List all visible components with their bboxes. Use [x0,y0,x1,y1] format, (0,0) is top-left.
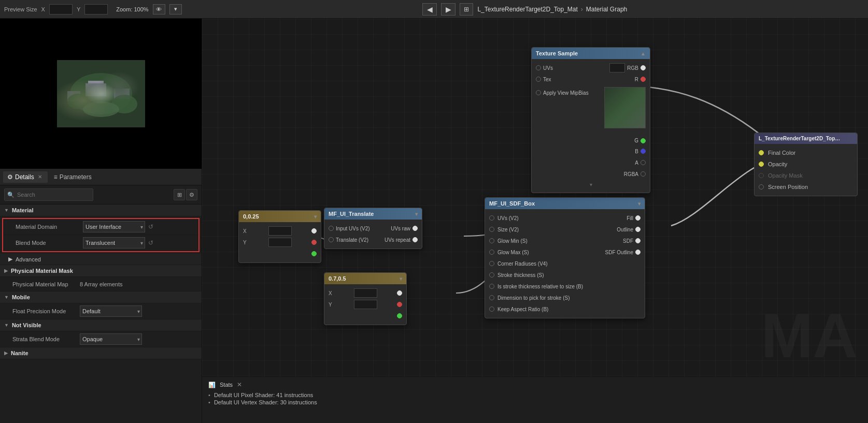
svg-point-1 [70,73,132,114]
sdf-glow-min-row: Glow Min (S) SDF [485,235,645,246]
node-0705-x-input[interactable]: 0.7 [354,288,377,298]
physical-material-map-value: 8 Array elements [80,281,197,287]
sdf-glow-max-label: Glow Max (S) [497,250,605,255]
mf-translate-collapse[interactable]: ▾ [415,211,418,217]
grid-view-button[interactable]: ⊞ [174,189,185,200]
strata-blend-select[interactable]: Opaque Translucent [80,333,142,345]
node-0025-y-input[interactable]: 0.25 [268,238,292,247]
tex-tex-label: Tex [543,77,635,82]
node-0705-green-row [324,310,406,322]
node-texture-sample[interactable]: Texture Sample ▲ UVs 0 RGB Tex R [531,47,650,193]
node-0705-x-row: X 0.7 [324,287,406,299]
tex-uvs-input[interactable]: 0 [609,63,625,72]
search-wrap: 🔍 [4,188,172,201]
dropdown-button[interactable]: ▾ [169,4,182,14]
node-0705-y-input[interactable]: 0.5 [354,300,377,309]
node-0025-green-row [239,248,321,259]
blend-mode-select-wrap: Translucent Opaque Masked Additive [83,237,145,249]
prop-strata-blend-mode: Strata Blend Mode Opaque Translucent [0,331,202,347]
section-mobile[interactable]: ▼ Mobile [0,291,202,303]
details-tab-close[interactable]: ✕ [36,173,44,181]
output-screen-pos-pin [759,184,764,189]
stats-close-button[interactable]: ✕ [237,381,242,388]
node-0025-x-input[interactable]: 0.0 [268,226,292,236]
section-not-visible[interactable]: ▼ Not Visible [0,319,202,331]
tex-bottom-chevron[interactable]: ▾ [532,180,650,189]
grid-icon-button[interactable]: ⊞ [460,3,473,16]
section-physical-material-mask[interactable]: ▶ Physical Material Mask [0,265,202,277]
not-visible-arrow: ▼ [4,323,9,328]
tex-a-label: A [635,160,638,166]
output-opacity-mask-row: Opacity Mask [755,170,857,181]
sdf-box-collapse[interactable]: ▾ [638,201,641,207]
tex-a-row: A [532,157,650,168]
tab-details[interactable]: ⚙ Details ✕ [3,171,48,183]
section-nanite[interactable]: ▶ Nanite [0,347,202,359]
advanced-label: Advanced [16,256,41,262]
section-advanced[interactable]: ▶ Advanced [0,254,202,265]
material-domain-value: User Interface Surface Deferred Decal Li… [83,221,194,232]
material-domain-reset[interactable]: ↺ [147,222,154,231]
node-0025-collapse[interactable]: ▾ [314,214,317,220]
eye-button[interactable]: 👁 [153,4,165,14]
nav-back-button[interactable]: ◀ [422,3,437,16]
sdf-glow-max-row: Glow Max (S) SDF Outline [485,246,645,258]
output-opacity-mask-label: Opacity Mask [768,172,803,179]
preview-x-input[interactable]: 250 [49,4,73,14]
tex-rgba-label: RGBA [624,171,638,177]
sdf-dim-row: Dimension to pick for stroke (S) [485,292,645,303]
sdf-aspect-label: Keep Aspect Ratio (B) [497,307,641,312]
settings-button[interactable]: ⚙ [186,189,197,200]
strata-blend-select-wrap: Opaque Translucent [80,333,142,345]
sdf-size-row: Size (V2) Outline [485,224,645,235]
tex-uvs-label: UVs [543,65,609,71]
section-material[interactable]: ▼ Material [0,205,202,216]
blend-mode-label: Blend Mode [16,240,83,246]
search-input[interactable] [4,188,93,201]
node-mf-ui-sdf-box[interactable]: MF_UI_SDF_Box ▾ UVs (V2) Fill Size (V2) … [485,197,645,318]
node-0705-collapse[interactable]: ▾ [400,276,402,282]
material-domain-select[interactable]: User Interface Surface Deferred Decal Li… [83,221,145,232]
tex-sample-title: Texture Sample [536,50,578,56]
details-tab-label: Details [15,173,34,181]
blend-mode-select[interactable]: Translucent Opaque Masked Additive [83,237,145,249]
svg-rect-0 [57,60,145,127]
tab-parameters[interactable]: ≡ Parameters [50,171,96,183]
node-mf-ui-translate[interactable]: MF_UI_Translate ▾ Input UVs (V2) UVs raw… [324,208,422,249]
mf-translate-input-uvs-label: Input UVs (V2) [336,226,391,231]
tex-mip-preview-row: Apply View MipBias G [532,85,650,145]
mf-translate-body: Input UVs (V2) UVs raw Translate (V2) UV… [324,220,422,249]
breadcrumb-part1[interactable]: L_TextureRenderTarget2D_Top_Mat [477,6,577,13]
sdf-corner-label: Corner Radiuses (V4) [497,261,641,267]
tex-tex-row: Tex R [532,74,650,85]
zoom-label: Zoom: 100% [116,6,148,12]
node-0025[interactable]: 0,0.25 ▾ X 0.0 Y 0.25 [238,210,321,263]
tex-sample-collapse[interactable]: ▲ [641,51,646,56]
node-output[interactable]: L_TextureRenderTarget2D_Top_Mat Final Co… [754,133,858,196]
float-precision-label: Float Precision Mode [12,308,80,314]
float-precision-select[interactable]: Default Full Half [80,305,142,317]
mf-translate-uvs-raw-pin [412,226,418,231]
svg-rect-5 [114,89,130,99]
node-0705-y-pin [397,302,402,307]
node-0025-green-pin [311,251,317,256]
mf-translate-translate-row: Translate (V2) UVs repeat [324,234,422,245]
tex-b-row: B [532,145,650,157]
preview-svg [57,60,145,127]
sdf-sdf-pin [635,238,641,243]
preview-image [57,60,145,127]
preview-y-input[interactable]: 250 [84,4,108,14]
prop-float-precision: Float Precision Mode Default Full Half [0,303,202,319]
canvas-area[interactable]: 0,0.25 ▾ X 0.0 Y 0.25 [202,19,868,423]
node-0025-y-label: Y [243,240,247,245]
nav-forward-button[interactable]: ▶ [441,3,456,16]
node-0025-title: 0,0.25 [243,213,259,220]
sdf-corner-row: Corner Radiuses (V4) [485,258,645,269]
node-0705[interactable]: 0.7,0.5 ▾ X 0.7 Y 0.5 [324,272,407,325]
sdf-outline-label: Outline [617,227,633,232]
tex-g-label: G [634,138,638,143]
tex-rgb-pin [641,65,646,70]
blend-mode-reset[interactable]: ↺ [147,238,154,247]
search-row: 🔍 ⊞ ⚙ [0,185,202,205]
prop-blend-mode: Blend Mode Translucent Opaque Masked Add… [3,235,198,251]
